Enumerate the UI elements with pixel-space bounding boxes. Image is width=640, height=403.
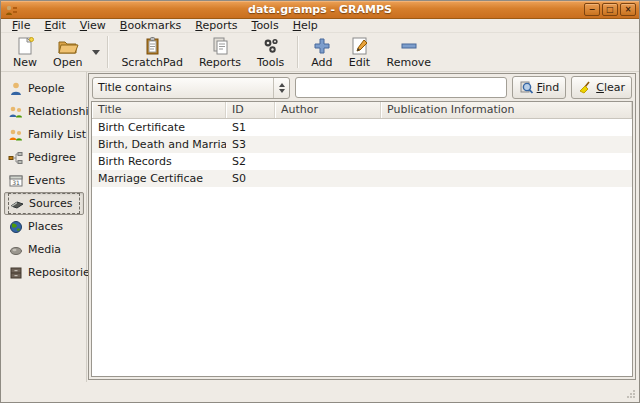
new-button-label: New — [13, 57, 37, 68]
table-row[interactable]: Marriage Certificae S0 — [92, 170, 632, 187]
edit-button-label: Edit — [349, 57, 370, 68]
sidebar-item-label: Media — [28, 243, 61, 256]
menubar: File Edit View Bookmarks Reports Tools H… — [1, 19, 639, 33]
clear-button[interactable]: Clear — [571, 76, 632, 99]
toolbar: New Open — [1, 33, 639, 72]
person-icon — [8, 81, 24, 97]
cell-author — [275, 136, 381, 153]
menu-bookmarks[interactable]: Bookmarks — [113, 19, 188, 32]
sidebar-item-label: Sources — [29, 197, 73, 210]
sidebar-item-media[interactable]: Media — [4, 238, 84, 261]
close-icon: × — [625, 5, 632, 14]
scratchpad-button[interactable]: ScratchPad — [113, 34, 191, 70]
menu-tools[interactable]: Tools — [245, 19, 286, 32]
table-row[interactable]: Birth Certificate S1 — [92, 119, 632, 136]
gears-icon — [260, 36, 282, 56]
cell-author — [275, 119, 381, 136]
cell-id: S1 — [226, 119, 275, 136]
cell-id: S2 — [226, 153, 275, 170]
sidebar-item-label: Pedigree — [28, 151, 76, 164]
filter-bar: Title contains Find — [89, 74, 635, 101]
titlebar[interactable]: data.gramps - GRAMPS − □ × — [1, 1, 639, 19]
pencil-page-icon — [349, 36, 371, 56]
calendar-icon: 31 — [8, 173, 24, 189]
tools-button[interactable]: Tools — [249, 34, 292, 70]
menu-view[interactable]: View — [73, 19, 113, 32]
open-button[interactable]: Open — [45, 34, 90, 70]
app-window: data.gramps - GRAMPS − □ × File Edit Vie… — [0, 0, 640, 403]
reports-button[interactable]: Reports — [191, 34, 249, 70]
sidebar-item-people[interactable]: People — [4, 77, 84, 100]
cell-publication — [381, 119, 632, 136]
scratchpad-button-label: ScratchPad — [121, 57, 183, 68]
family-icon — [8, 127, 24, 143]
two-people-icon — [8, 104, 24, 120]
toolbar-separator — [107, 36, 108, 68]
cell-id: S3 — [226, 136, 275, 153]
resize-grip-icon[interactable] — [624, 387, 636, 399]
column-header-title[interactable]: Title — [92, 102, 226, 118]
menu-reports[interactable]: Reports — [188, 19, 244, 32]
sidebar-item-label: Events — [28, 174, 65, 187]
sidebar-item-label: Places — [28, 220, 63, 233]
sidebar-item-places[interactable]: Places — [4, 215, 84, 238]
open-button-label: Open — [53, 57, 82, 68]
remove-button[interactable]: Remove — [379, 34, 440, 70]
sidebar-item-sources[interactable]: Sources — [4, 192, 84, 215]
cell-title: Birth Records — [92, 153, 226, 170]
broom-icon — [578, 80, 593, 95]
open-dropdown-button[interactable] — [90, 34, 102, 70]
cabinet-icon — [8, 265, 24, 281]
sources-panel: Title contains Find — [88, 73, 636, 380]
sidebar-item-relationships[interactable]: Relationships — [4, 100, 84, 123]
cell-title: Birth, Death and Marriage R.. — [92, 136, 226, 153]
table-row[interactable]: Birth, Death and Marriage R.. S3 — [92, 136, 632, 153]
plus-icon — [312, 36, 332, 56]
maximize-button[interactable]: □ — [602, 3, 618, 16]
cell-id: S0 — [226, 170, 275, 187]
minus-icon — [399, 36, 419, 56]
new-button[interactable]: New — [5, 34, 45, 70]
globe-icon — [8, 219, 24, 235]
toolbar-separator — [297, 36, 298, 68]
column-header-id[interactable]: ID — [226, 102, 275, 118]
book-icon — [9, 196, 25, 212]
edit-button[interactable]: Edit — [341, 34, 379, 70]
sidebar-item-label: People — [28, 82, 65, 95]
cell-author — [275, 170, 381, 187]
cell-publication — [381, 170, 632, 187]
menu-edit[interactable]: Edit — [37, 19, 72, 32]
reports-documents-icon — [209, 36, 231, 56]
sidebar-item-family-list[interactable]: Family List — [4, 123, 84, 146]
menu-help[interactable]: Help — [286, 19, 325, 32]
statusbar — [1, 382, 639, 402]
sidebar: People Relationships — [1, 72, 87, 382]
filter-field-select[interactable]: Title contains — [92, 77, 290, 99]
close-button[interactable]: × — [620, 3, 636, 16]
find-magnifier-icon — [519, 80, 534, 95]
table-header: Title ID Author Publication Information — [92, 102, 632, 119]
find-button[interactable]: Find — [512, 76, 567, 99]
minimize-button[interactable]: − — [584, 3, 600, 16]
column-header-author[interactable]: Author — [275, 102, 381, 118]
minimize-icon: − — [589, 5, 596, 14]
sidebar-item-repositories[interactable]: Repositories — [4, 261, 84, 284]
chevron-down-icon — [92, 50, 100, 55]
column-header-publication[interactable]: Publication Information — [381, 102, 632, 118]
sidebar-item-pedigree[interactable]: Pedigree — [4, 146, 84, 169]
svg-text:31: 31 — [12, 178, 20, 185]
menu-file[interactable]: File — [5, 19, 37, 32]
pedigree-tree-icon — [8, 150, 24, 166]
table-row[interactable]: Birth Records S2 — [92, 153, 632, 170]
find-button-label: Find — [537, 81, 560, 94]
cell-publication — [381, 136, 632, 153]
spinner-arrows-icon[interactable] — [273, 78, 289, 98]
app-icon — [4, 4, 18, 16]
add-button[interactable]: Add — [303, 34, 340, 70]
sidebar-item-events[interactable]: 31 Events — [4, 169, 84, 192]
new-document-icon — [14, 36, 36, 56]
search-input[interactable] — [295, 77, 507, 98]
add-button-label: Add — [311, 57, 332, 68]
reports-button-label: Reports — [199, 57, 241, 68]
cell-title: Birth Certificate — [92, 119, 226, 136]
